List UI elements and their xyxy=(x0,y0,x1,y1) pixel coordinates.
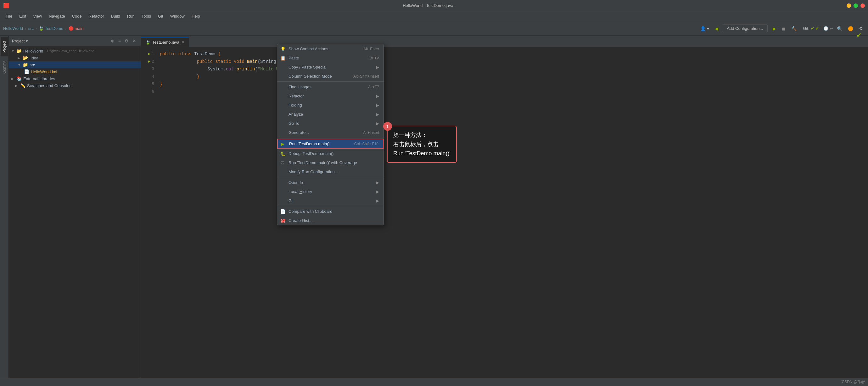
tree-idea[interactable]: ▶ 📂 .idea xyxy=(9,55,141,61)
menu-view[interactable]: View xyxy=(30,12,45,20)
ctx-generate-label: Generate... xyxy=(288,130,309,135)
ctx-compare-label: Compare with Clipboard xyxy=(288,209,332,214)
ctx-run-coverage[interactable]: 🛡 Run 'TestDemo.main()' with Coverage xyxy=(277,158,383,167)
toolbar-avatar-btn[interactable]: 🟠 xyxy=(846,25,855,32)
toolbar-search-btn[interactable]: 🔍 xyxy=(835,25,844,32)
toolbar-stop-btn[interactable]: ◼ xyxy=(780,25,787,32)
line-num-2: 2 xyxy=(152,58,154,65)
panel-gear-btn[interactable]: ⚙ xyxy=(123,38,130,44)
tree-scratch-arrow: ▶ xyxy=(15,84,19,87)
git-check1[interactable]: ✔ xyxy=(811,26,814,31)
ctx-find-usages[interactable]: Find Usages Alt+F7 xyxy=(277,82,383,92)
panel-collapse-btn[interactable]: ⊕ xyxy=(110,38,116,44)
ctx-show-context-label: Show Context Actions xyxy=(288,46,328,51)
run-gutter-2[interactable]: ▶ xyxy=(148,58,150,65)
tree-external-libs[interactable]: ▶ 📚 External Libraries xyxy=(9,75,141,82)
side-tab-commit[interactable]: Commit xyxy=(1,57,8,77)
toolbar-build-btn[interactable]: 🔨 xyxy=(789,25,799,32)
code-content[interactable]: public class TestDemo { public static vo… xyxy=(157,47,868,386)
ctx-git[interactable]: Git ▶ xyxy=(277,196,383,205)
ctx-paste-shortcut: Ctrl+V xyxy=(368,56,379,60)
panel-settings-btn[interactable]: ≡ xyxy=(117,38,122,44)
toolbar-settings-btn[interactable]: ⚙ xyxy=(857,25,865,32)
side-tab-project[interactable]: Project xyxy=(1,37,8,56)
menu-file[interactable]: File xyxy=(2,12,16,20)
idea-folder-icon: 📂 xyxy=(23,55,28,60)
menu-navigate[interactable]: Navigate xyxy=(45,12,68,20)
ctx-analyze[interactable]: Analyze ▶ xyxy=(277,110,383,119)
ctx-compare-clipboard[interactable]: 📄 Compare with Clipboard xyxy=(277,207,383,216)
minimize-button[interactable] xyxy=(847,3,851,8)
ctx-open-in-label: Open In xyxy=(288,180,303,185)
ctx-copy-paste-special[interactable]: Copy / Paste Special ▶ xyxy=(277,63,383,72)
ctx-goto[interactable]: Go To ▶ xyxy=(277,119,383,128)
ctx-open-in[interactable]: Open In ▶ xyxy=(277,178,383,187)
menu-git[interactable]: Git xyxy=(155,12,166,20)
menu-code[interactable]: Code xyxy=(69,12,85,20)
ctx-column-selection[interactable]: Column Selection Mode Alt+Shift+Insert xyxy=(277,72,383,81)
tree-scratches[interactable]: ▶ ✏️ Scratches and Consoles xyxy=(9,82,141,89)
code-editor[interactable]: ▶ 1 ▶ 2 3 4 5 xyxy=(141,47,868,386)
tab-label: TestDemo.java xyxy=(152,40,179,45)
ctx-lightbulb-icon: 💡 xyxy=(280,46,286,51)
code-line-3: System.out.println("Hello World"); xyxy=(160,65,868,73)
git-undo[interactable]: ↩ xyxy=(830,26,833,31)
toolbar-account-btn[interactable]: 👤 ▾ xyxy=(699,25,711,32)
tree-idea-arrow: ▶ xyxy=(18,56,21,60)
git-section: Git: ✔ ✔ ↑ 🕐 ↩ xyxy=(803,26,833,31)
ctx-create-gist[interactable]: 🐙 Create Gist... xyxy=(277,216,383,225)
tree-iml-label: HelloWorld.iml xyxy=(31,69,57,74)
toolbar-back-btn[interactable]: ◀ xyxy=(713,25,720,32)
tree-root[interactable]: ▼ 📁 HelloWorld E:\gitee\Java_code\HelloW… xyxy=(9,47,141,55)
git-clock[interactable]: 🕐 xyxy=(823,26,828,31)
breadcrumb: HelloWorld › src › 🍃 TestDemo › 🔴 main xyxy=(3,26,83,31)
ctx-local-history[interactable]: Local History ▶ xyxy=(277,187,383,196)
tree-iml[interactable]: 📄 HelloWorld.iml xyxy=(9,68,141,75)
tree-src[interactable]: ▼ 📁 src xyxy=(9,61,141,68)
breadcrumb-class[interactable]: 🍃 TestDemo xyxy=(39,26,63,31)
maximize-button[interactable] xyxy=(854,3,858,8)
toolbar-run-btn[interactable]: ▶ xyxy=(771,25,778,32)
editor-tab-testdemo[interactable]: 🍃 TestDemo.java ✕ xyxy=(141,37,189,47)
close-button[interactable] xyxy=(861,3,865,8)
run-gutter-1[interactable]: ▶ xyxy=(148,50,150,58)
ctx-show-context-actions[interactable]: 💡 Show Context Actions Alt+Enter xyxy=(277,44,383,54)
menu-tools[interactable]: Tools xyxy=(138,12,154,20)
menu-run[interactable]: Run xyxy=(124,12,138,20)
status-bar-right: CSDN @作者 xyxy=(842,379,865,385)
menu-build[interactable]: Build xyxy=(108,12,123,20)
menu-refactor[interactable]: Refactor xyxy=(86,12,107,20)
ctx-paste[interactable]: 📋 Paste Ctrl+V xyxy=(277,54,383,63)
tooltip-balloon: 1 第一种方法： 右击鼠标后，点击 Run 'TestDemo.main()' xyxy=(387,126,457,163)
ctx-analyze-label: Analyze xyxy=(288,112,303,117)
ctx-folding-arrow: ▶ xyxy=(376,103,379,107)
breadcrumb-src[interactable]: src xyxy=(28,26,34,31)
tooltip-line2: 右击鼠标后，点击 xyxy=(393,140,451,149)
ctx-folding[interactable]: Folding ▶ xyxy=(277,101,383,110)
ctx-git-label: Git xyxy=(288,198,294,203)
panel-close-btn[interactable]: ✕ xyxy=(131,38,137,44)
tree-ext-arrow: ▶ xyxy=(11,77,15,80)
line-num-3: 3 xyxy=(152,65,154,73)
ctx-modify-run[interactable]: Modify Run Configuration... xyxy=(277,167,383,176)
ctx-refactor[interactable]: Refactor ▶ xyxy=(277,92,383,101)
ctx-run-label: Run 'TestDemo.main()' xyxy=(289,141,330,146)
git-arrow[interactable]: ↑ xyxy=(820,26,823,31)
git-check2[interactable]: ✔ xyxy=(815,26,819,31)
line-num-1: 1 xyxy=(152,50,154,58)
menu-help[interactable]: Help xyxy=(188,12,203,20)
project-panel: Project ▾ ⊕ ≡ ⚙ ✕ ▼ 📁 HelloWorld E:\gite… xyxy=(9,36,141,386)
add-configuration-button[interactable]: Add Configuration... xyxy=(722,25,768,32)
tab-close-btn[interactable]: ✕ xyxy=(181,40,184,44)
breadcrumb-method[interactable]: 🔴 main xyxy=(69,26,84,31)
ctx-generate-shortcut: Alt+Insert xyxy=(363,131,379,135)
ctx-run[interactable]: ▶ Run 'TestDemo.main()' Ctrl+Shift+F10 xyxy=(277,139,383,149)
ctx-debug[interactable]: 🐛 Debug 'TestDemo.main()' xyxy=(277,149,383,158)
menu-edit[interactable]: Edit xyxy=(16,12,29,20)
ctx-generate[interactable]: Generate... Alt+Insert xyxy=(277,128,383,137)
ctx-coverage-icon: 🛡 xyxy=(280,160,285,165)
breadcrumb-project[interactable]: HelloWorld xyxy=(3,26,23,31)
tree-view: ▼ 📁 HelloWorld E:\gitee\Java_code\HelloW… xyxy=(9,46,141,386)
menu-window[interactable]: Window xyxy=(167,12,188,20)
tree-root-label: HelloWorld xyxy=(23,49,43,54)
